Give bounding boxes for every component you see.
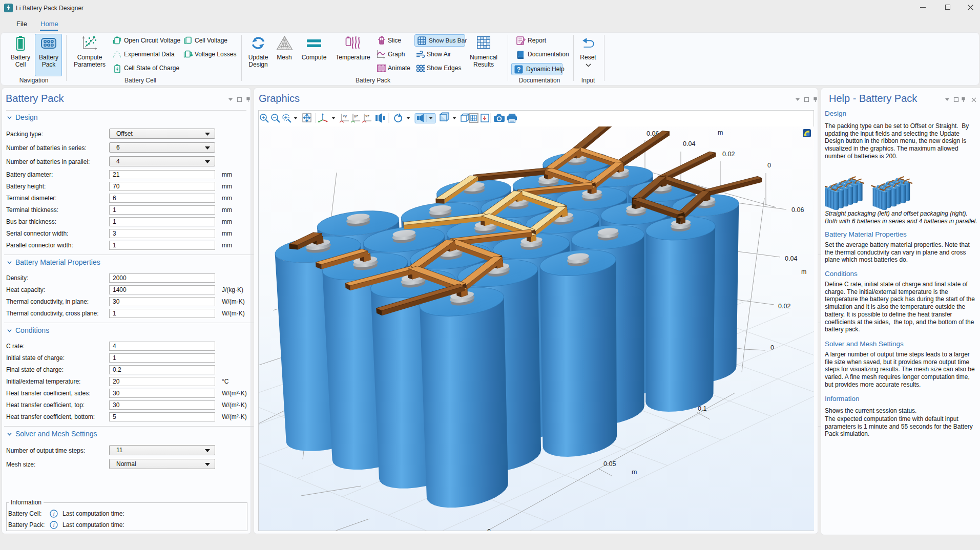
svg-text:xy: xy <box>343 114 347 118</box>
svg-text:yz: yz <box>354 114 358 118</box>
svg-text:xz: xz <box>365 114 369 118</box>
svg-text:i: i <box>53 522 54 528</box>
svg-text:i: i <box>53 511 54 517</box>
svg-text:?: ? <box>517 66 521 73</box>
